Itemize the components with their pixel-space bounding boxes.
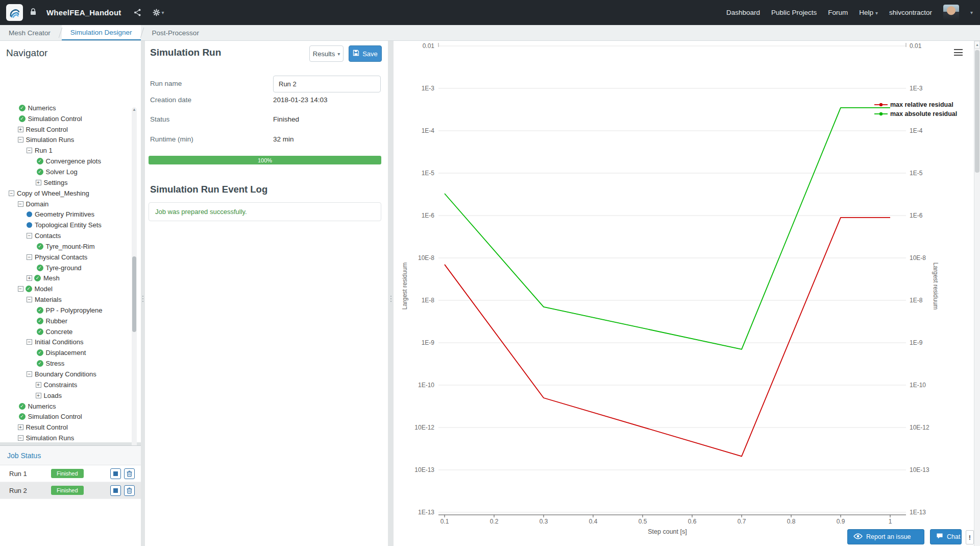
tree-item-result-control[interactable]: +Result Control bbox=[0, 124, 141, 135]
tree-item-domain[interactable]: −Domain bbox=[0, 199, 141, 209]
tree-item-constraints[interactable]: +Constraints bbox=[0, 379, 141, 390]
expand-plus-icon[interactable]: + bbox=[18, 424, 23, 430]
tree-item-boundary-conditions[interactable]: −Boundary Conditions bbox=[0, 369, 141, 379]
tree-item-tyre-mount-rim[interactable]: ✓Tyre_mount-Rim bbox=[0, 241, 141, 252]
scroll-up-icon[interactable]: ▲ bbox=[132, 107, 137, 112]
tree-item-topological-entity-sets[interactable]: Topological Entity Sets bbox=[0, 220, 141, 230]
username-label[interactable]: shivcontractor bbox=[889, 9, 932, 16]
tree-item-contacts[interactable]: −Contacts bbox=[0, 230, 141, 241]
expand-plus-icon[interactable]: + bbox=[27, 275, 32, 281]
tree-item-geometry-primitives[interactable]: Geometry Primitives bbox=[0, 209, 141, 220]
results-dropdown-button[interactable]: Results▾ bbox=[309, 45, 344, 62]
tree-item-rubber[interactable]: ✓Rubber bbox=[0, 316, 141, 326]
tree-item-simulation-control[interactable]: ✓Simulation Control bbox=[0, 113, 141, 124]
tree-item-physical-contacts[interactable]: −Physical Contacts bbox=[0, 252, 141, 263]
page-scrollbar-thumb[interactable] bbox=[975, 50, 979, 173]
tree-item-initial-conditions[interactable]: −Initial Conditions bbox=[0, 337, 141, 348]
creation-date-value: 2018-01-23 14:03 bbox=[273, 96, 328, 104]
tree-item-convergence-plots[interactable]: ✓Convergence plots bbox=[0, 156, 141, 167]
navigator-scrollbar[interactable]: ▲ ▼ bbox=[132, 107, 137, 482]
tree-item-label: Domain bbox=[26, 200, 49, 208]
collapse-minus-icon[interactable]: − bbox=[18, 435, 23, 441]
runtime-value: 32 min bbox=[273, 135, 294, 143]
tree-item-model[interactable]: −✓Model bbox=[0, 283, 141, 294]
collapse-minus-icon[interactable]: − bbox=[9, 191, 14, 196]
tree-item-stress[interactable]: ✓Stress bbox=[0, 358, 141, 369]
tree-item-numerics[interactable]: ✓Numerics bbox=[0, 104, 141, 113]
nav-link-help[interactable]: Help ▾ bbox=[859, 9, 878, 16]
tree-item-settings[interactable]: +Settings bbox=[0, 177, 141, 188]
job-row-run-2[interactable]: Run 2Finished bbox=[0, 482, 141, 499]
axis-tick-label: 0.01 bbox=[423, 42, 435, 50]
axis-tick-label: 1 bbox=[889, 518, 892, 525]
navigator-title: Navigator bbox=[0, 41, 141, 62]
tree-item-label: Contacts bbox=[35, 232, 61, 240]
status-check-icon: ✓ bbox=[37, 265, 43, 271]
trash-icon bbox=[127, 487, 132, 494]
job-row-run-1[interactable]: Run 1Finished bbox=[0, 465, 141, 482]
axis-tick-label: 1E-3 bbox=[422, 85, 435, 92]
tree-item-numerics[interactable]: ✓Numerics bbox=[0, 401, 141, 412]
user-menu-caret-icon[interactable]: ▾ bbox=[970, 10, 973, 15]
expand-plus-icon[interactable]: + bbox=[18, 127, 23, 132]
tree-item-tyre-ground[interactable]: ✓Tyre-ground bbox=[0, 263, 141, 273]
tree-item-materials[interactable]: −Materials bbox=[0, 294, 141, 305]
run-name-input[interactable] bbox=[273, 76, 381, 92]
tab-simulation-designer[interactable]: Simulation Designer bbox=[62, 25, 141, 40]
axis-tick-label: 1E-5 bbox=[422, 170, 435, 177]
tree-item-simulation-runs[interactable]: −Simulation Runs bbox=[0, 135, 141, 146]
collapse-minus-icon[interactable]: − bbox=[27, 297, 32, 302]
settings-gear-icon[interactable]: ▾ bbox=[153, 9, 164, 16]
tree-item-result-control[interactable]: +Result Control bbox=[0, 422, 141, 433]
expand-plus-icon[interactable]: + bbox=[36, 393, 41, 398]
panel-resize-handle-right[interactable] bbox=[388, 41, 394, 546]
nav-link-forum[interactable]: Forum bbox=[828, 9, 848, 16]
collapse-minus-icon[interactable]: − bbox=[18, 286, 23, 292]
tree-item-solver-log[interactable]: ✓Solver Log bbox=[0, 167, 141, 177]
stop-job-button[interactable] bbox=[110, 468, 121, 479]
collapse-minus-icon[interactable]: − bbox=[27, 148, 32, 153]
series-max-absolute-residual bbox=[445, 108, 890, 349]
page-scrollbar[interactable]: ▲ bbox=[974, 41, 980, 546]
collapse-minus-icon[interactable]: − bbox=[18, 137, 23, 143]
collapse-minus-icon[interactable]: − bbox=[18, 201, 23, 207]
tree-item-label: Mesh bbox=[43, 274, 60, 282]
save-button[interactable]: Save bbox=[349, 45, 382, 62]
share-icon[interactable] bbox=[134, 9, 141, 16]
tree-item-concrete[interactable]: ✓Concrete bbox=[0, 326, 141, 337]
stop-job-button[interactable] bbox=[110, 485, 121, 496]
chat-button[interactable]: Chat bbox=[930, 529, 962, 544]
tree-item-loads[interactable]: +Loads bbox=[0, 390, 141, 401]
scroll-up-icon[interactable]: ▲ bbox=[974, 41, 980, 49]
collapse-minus-icon[interactable]: − bbox=[27, 371, 32, 377]
user-avatar[interactable] bbox=[943, 5, 959, 20]
delete-job-button[interactable] bbox=[124, 485, 135, 496]
tree-item-simulation-control[interactable]: ✓Simulation Control bbox=[0, 411, 141, 422]
nav-link-dashboard[interactable]: Dashboard bbox=[726, 9, 760, 16]
report-issue-button[interactable]: Report an issue bbox=[847, 529, 924, 544]
tree-item-copy-of-wheel-meshing[interactable]: −Copy of Wheel_Meshing bbox=[0, 188, 141, 199]
panel-resize-handle-left[interactable] bbox=[141, 41, 145, 546]
help-caret-icon: ▾ bbox=[875, 10, 878, 16]
tree-item-simulation-runs[interactable]: −Simulation Runs bbox=[0, 433, 141, 443]
collapse-minus-icon[interactable]: − bbox=[27, 339, 32, 345]
axis-tick-label: 0.6 bbox=[688, 518, 697, 525]
expand-plus-icon[interactable]: + bbox=[36, 382, 41, 388]
tree-item-displacement[interactable]: ✓Displacement bbox=[0, 347, 141, 358]
tab-post-processor[interactable]: Post-Processor bbox=[143, 25, 208, 40]
tab-bar: Mesh CreatorSimulation DesignerPost-Proc… bbox=[0, 25, 980, 41]
navigator-scrollbar-thumb[interactable] bbox=[132, 256, 136, 332]
tree-item-run-1[interactable]: −Run 1 bbox=[0, 145, 141, 156]
delete-job-button[interactable] bbox=[124, 468, 135, 479]
notification-badge[interactable]: ! bbox=[966, 530, 974, 544]
tree-item-pp-polypropylene[interactable]: ✓PP - Polypropylene bbox=[0, 305, 141, 316]
nav-link-public-projects[interactable]: Public Projects bbox=[771, 9, 817, 16]
tree-item-mesh[interactable]: +✓Mesh bbox=[0, 273, 141, 284]
collapse-minus-icon[interactable]: − bbox=[27, 233, 32, 239]
app-logo-icon[interactable] bbox=[6, 4, 23, 21]
collapse-minus-icon[interactable]: − bbox=[27, 254, 32, 260]
lock-icon[interactable] bbox=[30, 8, 36, 17]
expand-plus-icon[interactable]: + bbox=[36, 180, 41, 185]
tab-mesh-creator[interactable]: Mesh Creator bbox=[0, 25, 59, 40]
chart-menu-icon[interactable] bbox=[954, 49, 963, 56]
